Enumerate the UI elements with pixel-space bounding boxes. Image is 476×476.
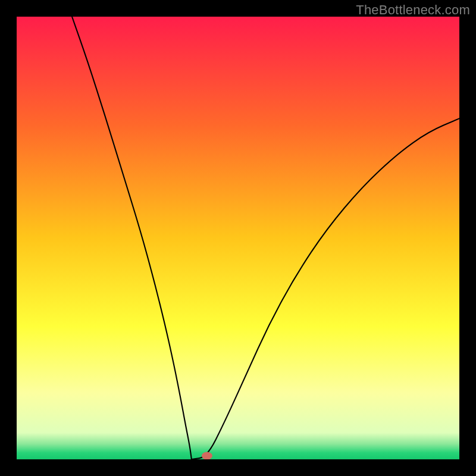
watermark-text: TheBottleneck.com [356,2,470,18]
chart-svg [17,17,459,459]
optimum-marker [202,452,212,459]
chart-frame: TheBottleneck.com [0,0,476,476]
plot-area [17,17,459,459]
